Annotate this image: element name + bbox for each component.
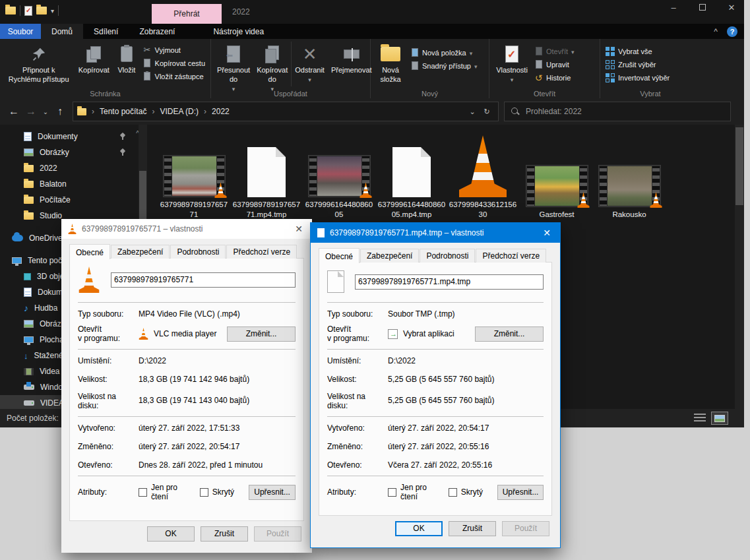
close-icon[interactable]: ✕ (292, 224, 305, 234)
tab-podrobnosti[interactable]: Podrobnosti (420, 249, 475, 263)
location-value: D:\2022 (139, 356, 296, 365)
maximize-button[interactable] (695, 3, 710, 13)
refresh-icon[interactable]: ↻ (480, 108, 494, 116)
field-label: Otevřeno: (78, 460, 139, 470)
up-button[interactable]: ↑ (51, 106, 69, 117)
invert-selection-icon (606, 73, 615, 82)
dialog-title: 637998978919765771 – vlastnosti (82, 224, 203, 233)
rename-button[interactable]: Přejmenovat (328, 42, 375, 77)
tab-sdileni[interactable]: Sdílení (83, 24, 129, 39)
readonly-checkbox[interactable] (139, 488, 147, 497)
details-view-icon[interactable] (694, 414, 706, 423)
select-all-button[interactable]: Vybrat vše (606, 46, 670, 57)
address-dropdown-icon[interactable]: ⌄ (465, 108, 480, 116)
apply-button[interactable]: Použít (254, 526, 301, 542)
history-button[interactable]: ↺Historie (534, 72, 575, 83)
open-button[interactable]: Otevřít (534, 46, 575, 57)
dialog-title-bar[interactable]: 637998978919765771.mp4.tmp – vlastnosti … (311, 223, 560, 243)
minimize-button[interactable]: – (666, 3, 681, 13)
vlc-cone-icon (139, 328, 148, 340)
copy-path-button[interactable]: Kopírovat cestu (143, 57, 205, 69)
close-button[interactable]: ✕ (724, 3, 739, 13)
ok-button[interactable]: OK (147, 526, 195, 542)
cancel-button[interactable]: Zrušit (201, 526, 248, 542)
select-none-button[interactable]: Zrušit výběr (606, 59, 670, 70)
tab-obecne[interactable]: Obecné (319, 248, 359, 263)
field-label: Změněno: (327, 442, 388, 451)
tab-soubor[interactable]: Soubor (0, 24, 41, 39)
scrollbar-thumb[interactable] (735, 127, 743, 205)
new-folder-button[interactable]: Nová složka (373, 42, 408, 86)
tab-zobrazeni[interactable]: Zobrazení (129, 24, 185, 39)
filename-input[interactable] (355, 274, 544, 290)
file-item[interactable]: 637998978919765771 (159, 130, 229, 220)
properties-button[interactable]: Vlastnosti (492, 42, 532, 86)
pin-to-quick-access-button[interactable]: Připnout k Rychlému přístupu (3, 42, 75, 86)
tab-predchozi-verze[interactable]: Předchozí verze (476, 249, 546, 263)
tab-zabezpeceni[interactable]: Zabezpečení (111, 245, 170, 259)
tab-domu[interactable]: Domů (41, 24, 83, 39)
vlc-cone-icon (650, 192, 663, 208)
paste-button[interactable]: Vložit (113, 42, 140, 77)
file-item[interactable]: 637999616448086005.mp4.tmp (377, 130, 447, 220)
hidden-checkbox[interactable] (200, 488, 208, 497)
forward-button[interactable]: → (22, 106, 40, 117)
sidebar-item-2022[interactable]: 2022 (0, 160, 148, 176)
breadcrumb[interactable]: › Tento počítač › VIDEA (D:) › 2022 ⌄ ↻ (73, 102, 499, 121)
dialog-title: 637998978919765771.mp4.tmp – vlastnosti (330, 228, 484, 237)
change-button[interactable]: Změnit... (227, 327, 296, 342)
file-item[interactable]: 637999843361215630 (448, 130, 518, 220)
hidden-checkbox[interactable] (449, 488, 457, 497)
tab-predchozi-verze[interactable]: Předchozí verze (226, 245, 297, 259)
contextual-tab-play[interactable]: Přehrát (152, 4, 222, 24)
dialog-title-bar[interactable]: 637998978919765771 – vlastnosti ✕ (61, 219, 312, 239)
move-to-button[interactable]: Přesunout do (214, 42, 253, 95)
breadcrumb-this-pc[interactable]: Tento počítač (100, 107, 146, 116)
properties-shortcut-icon[interactable] (24, 6, 32, 16)
ok-button[interactable]: OK (395, 521, 443, 536)
file-item[interactable]: Gastrofest (522, 130, 592, 220)
breadcrumb-folder[interactable]: 2022 (212, 107, 230, 116)
recent-locations-icon[interactable]: ⌄ (40, 108, 51, 115)
advanced-button[interactable]: Upřesnit... (249, 485, 296, 500)
collapse-ribbon-icon[interactable]: ^ (714, 27, 718, 36)
copy-to-button[interactable]: Kopírovat do (253, 42, 291, 95)
paste-shortcut-button[interactable]: Vložit zástupce (143, 71, 205, 82)
folder-icon[interactable] (5, 7, 16, 15)
cancel-button[interactable]: Zrušit (449, 521, 496, 536)
filename-input[interactable] (111, 272, 296, 288)
file-item[interactable]: 637998978919765771.mp4.tmp (232, 130, 301, 220)
quick-access-dropdown-icon[interactable] (51, 7, 54, 15)
change-button[interactable]: Změnit... (475, 327, 544, 342)
file-list-scrollbar[interactable] (735, 125, 744, 409)
apply-button[interactable]: Použít (502, 521, 549, 536)
sidebar-item-obrazky[interactable]: Obrázky (0, 144, 148, 160)
edit-button[interactable]: Upravit (534, 59, 575, 70)
sidebar-item-balaton[interactable]: Balaton (0, 176, 148, 192)
close-icon[interactable]: ✕ (540, 228, 553, 238)
help-icon[interactable]: ? (727, 26, 737, 37)
invert-selection-button[interactable]: Invertovat výběr (606, 72, 670, 83)
easy-access-button[interactable]: Snadný přístup (410, 60, 478, 71)
file-item[interactable]: Rakousko (594, 130, 664, 220)
tab-zabezpeceni[interactable]: Zabezpečení (360, 249, 419, 263)
breadcrumb-drive[interactable]: VIDEA (D:) (160, 107, 199, 116)
tab-obecne[interactable]: Obecné (69, 244, 110, 259)
advanced-button[interactable]: Upřesnit... (497, 485, 544, 500)
back-button[interactable]: ← (5, 106, 22, 117)
search-input[interactable]: Prohledat: 2022 (504, 102, 731, 121)
general-tab-panel: Typ souboru:Soubor TMP (.tmp) Otevřít v … (319, 262, 552, 516)
file-item[interactable]: 637999616448086005 (304, 130, 374, 220)
readonly-checkbox[interactable] (388, 488, 396, 497)
sidebar-item-pocitace[interactable]: Počítače (0, 192, 148, 208)
thumbnail-view-icon[interactable] (711, 412, 728, 425)
tab-podrobnosti[interactable]: Podrobnosti (170, 245, 226, 259)
new-folder-shortcut-icon[interactable] (36, 7, 47, 15)
new-item-button[interactable]: Nová položka (410, 47, 478, 58)
cut-button[interactable]: ✂Vyjmout (143, 44, 205, 55)
copy-button[interactable]: Kopírovat (75, 42, 113, 77)
sidebar-item-dokumenty[interactable]: Dokumenty (0, 129, 148, 144)
vlc-cone-icon (577, 192, 590, 208)
delete-button[interactable]: ✕ Odstranit (291, 42, 328, 86)
tab-nastroje-videa[interactable]: Nástroje videa (203, 24, 274, 39)
